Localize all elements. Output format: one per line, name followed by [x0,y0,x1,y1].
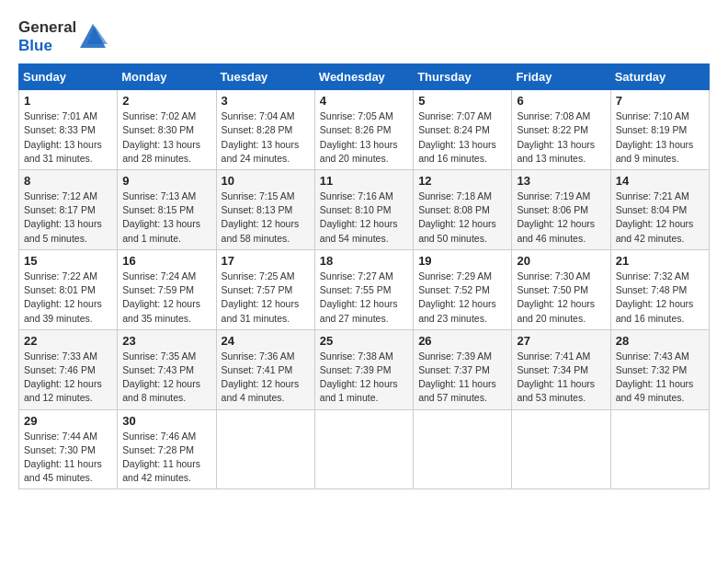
sunrise-time: Sunrise: 7:44 AM [24,431,97,442]
day-number: 17 [222,254,310,268]
day-number: 10 [222,174,310,188]
day-number: 21 [616,254,704,268]
calendar-week-1: 1 Sunrise: 7:01 AM Sunset: 8:33 PM Dayli… [19,90,710,170]
column-header-thursday: Thursday [414,64,512,90]
sunrise-time: Sunrise: 7:21 AM [616,190,689,201]
day-info: Sunrise: 7:30 AM Sunset: 7:50 PM Dayligh… [517,270,605,326]
day-info: Sunrise: 7:08 AM Sunset: 8:22 PM Dayligh… [517,109,605,166]
column-header-monday: Monday [118,64,216,90]
daylight-hours: Daylight: 12 hours and 50 minutes. [418,218,496,243]
daylight-hours: Daylight: 13 hours and 28 minutes. [122,139,200,164]
logo-line1: General [18,18,76,37]
day-number: 20 [517,254,605,268]
header-row: SundayMondayTuesdayWednesdayThursdayFrid… [19,64,710,90]
day-cell-3: 3 Sunrise: 7:04 AM Sunset: 8:28 PM Dayli… [216,90,314,170]
daylight-hours: Daylight: 12 hours and 23 minutes. [418,298,496,323]
day-info: Sunrise: 7:35 AM Sunset: 7:43 PM Dayligh… [122,350,210,406]
day-cell-10: 10 Sunrise: 7:15 AM Sunset: 8:13 PM Dayl… [216,169,314,249]
day-cell-17: 17 Sunrise: 7:25 AM Sunset: 7:57 PM Dayl… [216,249,314,329]
day-cell-29: 29 Sunrise: 7:44 AM Sunset: 7:30 PM Dayl… [19,409,118,489]
sunrise-time: Sunrise: 7:29 AM [418,270,492,282]
day-number: 16 [122,254,210,268]
empty-cell [610,409,709,489]
day-info: Sunrise: 7:15 AM Sunset: 8:13 PM Dayligh… [222,190,310,246]
day-cell-5: 5 Sunrise: 7:07 AM Sunset: 8:24 PM Dayli… [414,90,512,170]
day-cell-26: 26 Sunrise: 7:39 AM Sunset: 7:37 PM Dayl… [414,329,512,409]
daylight-hours: Daylight: 12 hours and 31 minutes. [222,298,300,323]
day-info: Sunrise: 7:05 AM Sunset: 8:26 PM Dayligh… [320,109,408,166]
day-cell-30: 30 Sunrise: 7:46 AM Sunset: 7:28 PM Dayl… [118,409,216,489]
sunrise-time: Sunrise: 7:33 AM [24,350,97,362]
sunrise-time: Sunrise: 7:43 AM [616,350,689,362]
sunrise-time: Sunrise: 7:01 AM [24,110,97,121]
daylight-hours: Daylight: 12 hours and 16 minutes. [616,298,694,323]
calendar-week-3: 15 Sunrise: 7:22 AM Sunset: 8:01 PM Dayl… [19,249,710,329]
day-cell-8: 8 Sunrise: 7:12 AM Sunset: 8:17 PM Dayli… [19,169,118,249]
sunset-time: Sunset: 7:48 PM [616,284,688,295]
calendar-week-2: 8 Sunrise: 7:12 AM Sunset: 8:17 PM Dayli… [19,169,710,249]
sunset-time: Sunset: 8:01 PM [24,284,96,295]
sunrise-time: Sunrise: 7:05 AM [320,110,393,121]
day-cell-13: 13 Sunrise: 7:19 AM Sunset: 8:06 PM Dayl… [512,169,610,249]
logo: General Blue [18,18,108,54]
day-info: Sunrise: 7:36 AM Sunset: 7:41 PM Dayligh… [222,350,310,406]
logo-line2: Blue [18,37,76,55]
sunset-time: Sunset: 7:52 PM [418,284,490,295]
day-info: Sunrise: 7:25 AM Sunset: 7:57 PM Dayligh… [222,270,310,326]
sunrise-time: Sunrise: 7:38 AM [320,350,393,362]
day-cell-25: 25 Sunrise: 7:38 AM Sunset: 7:39 PM Dayl… [314,329,413,409]
daylight-hours: Daylight: 13 hours and 16 minutes. [418,139,496,164]
sunrise-time: Sunrise: 7:41 AM [517,350,590,362]
calendar-week-5: 29 Sunrise: 7:44 AM Sunset: 7:30 PM Dayl… [19,409,710,489]
day-number: 3 [222,94,310,108]
day-info: Sunrise: 7:38 AM Sunset: 7:39 PM Dayligh… [320,350,408,406]
sunset-time: Sunset: 7:55 PM [320,284,392,295]
day-info: Sunrise: 7:19 AM Sunset: 8:06 PM Dayligh… [517,190,605,246]
sunrise-time: Sunrise: 7:10 AM [616,110,689,121]
day-cell-4: 4 Sunrise: 7:05 AM Sunset: 8:26 PM Dayli… [314,90,413,170]
day-number: 22 [24,334,112,348]
day-number: 8 [24,174,112,188]
sunset-time: Sunset: 8:10 PM [320,204,392,215]
daylight-hours: Daylight: 13 hours and 5 minutes. [24,218,102,243]
sunset-time: Sunset: 7:43 PM [122,364,194,375]
day-info: Sunrise: 7:10 AM Sunset: 8:19 PM Dayligh… [616,109,704,166]
day-number: 25 [320,334,408,348]
day-number: 12 [418,174,506,188]
sunrise-time: Sunrise: 7:30 AM [517,270,590,282]
day-info: Sunrise: 7:41 AM Sunset: 7:34 PM Dayligh… [517,350,605,406]
column-header-sunday: Sunday [19,64,118,90]
day-info: Sunrise: 7:21 AM Sunset: 8:04 PM Dayligh… [616,190,704,246]
sunset-time: Sunset: 8:08 PM [418,204,490,215]
day-number: 18 [320,254,408,268]
daylight-hours: Daylight: 12 hours and 8 minutes. [122,378,200,403]
daylight-hours: Daylight: 12 hours and 12 minutes. [24,378,102,403]
sunset-time: Sunset: 8:04 PM [616,204,688,215]
daylight-hours: Daylight: 12 hours and 27 minutes. [320,298,398,323]
sunset-time: Sunset: 7:50 PM [517,284,588,295]
sunset-time: Sunset: 8:26 PM [320,124,392,135]
sunset-time: Sunset: 7:28 PM [122,444,194,455]
day-cell-6: 6 Sunrise: 7:08 AM Sunset: 8:22 PM Dayli… [512,90,610,170]
empty-cell [414,409,512,489]
day-cell-23: 23 Sunrise: 7:35 AM Sunset: 7:43 PM Dayl… [118,329,216,409]
day-cell-15: 15 Sunrise: 7:22 AM Sunset: 8:01 PM Dayl… [19,249,118,329]
sunset-time: Sunset: 7:30 PM [24,444,96,455]
daylight-hours: Daylight: 13 hours and 9 minutes. [616,139,694,164]
sunset-time: Sunset: 8:30 PM [122,124,194,135]
daylight-hours: Daylight: 12 hours and 39 minutes. [24,298,102,323]
day-number: 28 [616,334,704,348]
day-cell-27: 27 Sunrise: 7:41 AM Sunset: 7:34 PM Dayl… [512,329,610,409]
sunset-time: Sunset: 7:57 PM [222,284,293,295]
day-cell-1: 1 Sunrise: 7:01 AM Sunset: 8:33 PM Dayli… [19,90,118,170]
daylight-hours: Daylight: 12 hours and 20 minutes. [517,298,595,323]
sunset-time: Sunset: 7:46 PM [24,364,96,375]
daylight-hours: Daylight: 12 hours and 4 minutes. [222,378,300,403]
sunset-time: Sunset: 8:19 PM [616,124,688,135]
day-info: Sunrise: 7:12 AM Sunset: 8:17 PM Dayligh… [24,190,112,246]
day-info: Sunrise: 7:18 AM Sunset: 8:08 PM Dayligh… [418,190,506,246]
day-number: 7 [616,94,704,108]
day-cell-20: 20 Sunrise: 7:30 AM Sunset: 7:50 PM Dayl… [512,249,610,329]
day-info: Sunrise: 7:04 AM Sunset: 8:28 PM Dayligh… [222,109,310,166]
sunset-time: Sunset: 7:34 PM [517,364,588,375]
